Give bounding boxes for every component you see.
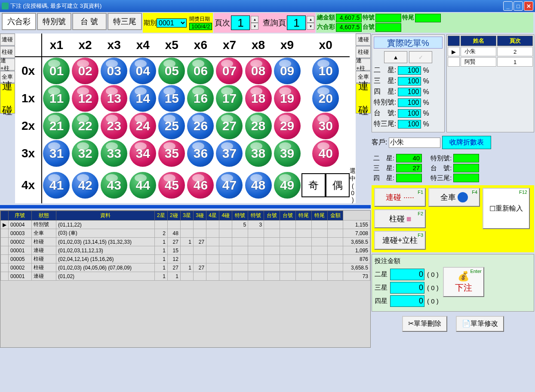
bet-amount-input[interactable] [390,269,424,280]
eat-pct-value[interactable]: 100 [398,88,421,96]
col-header[interactable]: x6 [186,34,215,57]
eat-pct-value[interactable]: 100 [398,120,421,129]
ball-13[interactable]: 13 [101,85,127,112]
ball-45[interactable]: 45 [158,172,185,199]
table-row[interactable]: 00002柱碰(01,02,03) (13,14,15) (31,32,33)1… [1,238,370,246]
ball-19[interactable]: 19 [274,85,301,112]
bet-amount-input[interactable] [390,295,424,307]
eat-ok-button[interactable]: ✓ [409,51,432,63]
ball-32[interactable]: 32 [72,140,98,167]
side-lianpeng-r[interactable]: 連碰 [356,34,371,46]
table-row[interactable]: 00005柱碰(02,04,12,14) (15,16,26)112876 [1,255,370,263]
ball-18[interactable]: 18 [245,85,272,112]
ball-42[interactable]: 42 [72,172,98,199]
ball-31[interactable]: 31 [43,140,70,167]
table-row[interactable]: 00002柱碰(01,02,03) (04,05,06) (07,08,09)1… [1,263,370,272]
odd-button[interactable]: 奇 [301,173,326,197]
col-header[interactable]: x9 [273,34,301,57]
ball-40[interactable]: 40 [312,140,339,167]
ball-30[interactable]: 30 [312,113,339,139]
ball-14[interactable]: 14 [129,85,156,112]
ball-11[interactable]: 11 [43,85,70,112]
ball-16[interactable]: 16 [187,85,214,112]
side-zhupeng-r[interactable]: 柱碰 [356,46,371,58]
side-lian-r[interactable]: 連碰 [356,83,371,113]
page-down[interactable]: ▼ [251,23,258,30]
action-zhupeng[interactable]: F2柱碰▦ [374,209,426,228]
col-header[interactable]: x2 [71,34,100,57]
table-row[interactable]: ▶00004特別號(01,11,22)531,155 [1,220,370,229]
ball-22[interactable]: 22 [72,113,98,139]
page-input[interactable] [231,15,250,30]
col-header[interactable]: x7 [215,34,244,57]
col-header[interactable]: x1 [42,34,71,57]
ball-33[interactable]: 33 [101,140,127,167]
even-button[interactable]: 偶 [326,173,350,197]
ball-06[interactable]: 06 [187,58,214,84]
ball-44[interactable]: 44 [129,172,156,199]
row-header[interactable]: 0x [15,57,42,85]
ball-24[interactable]: 24 [129,113,156,139]
ball-21[interactable]: 21 [43,113,70,139]
ball-23[interactable]: 23 [101,113,127,139]
ball-48[interactable]: 48 [245,172,272,199]
page-up[interactable]: ▲ [251,16,258,23]
eat-pct-value[interactable]: 100 [398,77,421,86]
ball-35[interactable]: 35 [158,140,185,167]
ball-10[interactable]: 10 [312,58,339,84]
ball-34[interactable]: 34 [129,140,156,167]
ball-04[interactable]: 04 [129,58,156,84]
ball-01[interactable]: 01 [43,58,70,84]
col-header[interactable]: x0 [301,34,350,57]
ball-08[interactable]: 08 [245,58,272,84]
eat-pct-value[interactable]: 100 [398,98,421,107]
action-lianzhu[interactable]: F3連碰+立柱 [374,231,426,250]
ball-12[interactable]: 12 [72,85,98,112]
ball-38[interactable]: 38 [245,140,272,167]
query-input[interactable] [287,15,306,30]
col-header[interactable]: x5 [157,34,186,57]
ball-37[interactable]: 37 [216,140,243,167]
action-quanche[interactable]: F4全車 [428,188,480,207]
row-header[interactable]: 3x [15,140,42,167]
reset-button[interactable]: F12☐重新輸入 [483,188,530,229]
row-header[interactable]: 4x [15,167,42,203]
row-header[interactable]: 1x [15,85,42,112]
side-lianzhu-l[interactable]: 連+柱 [0,58,15,70]
col-header[interactable]: x3 [100,34,129,57]
table-row[interactable]: 00001連碰(01,02,03,11,12,13)1151,095 [1,246,370,255]
eat-pct-value[interactable]: 100 [398,66,421,75]
ball-15[interactable]: 15 [158,85,185,112]
side-lianpeng-l[interactable]: 連碰 [0,34,15,46]
ball-17[interactable]: 17 [216,85,243,112]
tab-threetail[interactable]: 特三尾 [108,13,142,30]
ball-25[interactable]: 25 [158,113,185,139]
ball-36[interactable]: 36 [187,140,214,167]
side-zhupeng-l[interactable]: 柱碰 [0,46,15,58]
ball-39[interactable]: 39 [274,140,301,167]
ball-28[interactable]: 28 [245,113,272,139]
eat-up-button[interactable]: ▲ [384,51,407,63]
ball-07[interactable]: 07 [216,58,243,84]
ball-41[interactable]: 41 [43,172,70,199]
ball-02[interactable]: 02 [72,58,98,84]
table-row[interactable]: 00001連碰(01,02)1173 [1,272,370,281]
bet-amount-input[interactable] [390,282,424,294]
action-lianpeng[interactable]: F1連碰 ····· [374,188,426,207]
side-lian-l[interactable]: 連碰 [0,83,15,113]
tab-special[interactable]: 特別號 [37,13,71,30]
delete-single-button[interactable]: ✂單筆刪除 [402,316,447,332]
discount-table-button[interactable]: 收牌折數表 [442,136,491,149]
col-header[interactable]: x8 [244,34,273,57]
place-bet-button[interactable]: Enter 💰 下注 [443,267,484,297]
row-header[interactable]: 2x [15,112,42,140]
tab-tai[interactable]: 台 號 [72,13,107,30]
side-lianzhu-r[interactable]: 連+柱 [356,58,371,70]
ball-05[interactable]: 05 [158,58,185,84]
ball-03[interactable]: 03 [101,58,127,84]
customer-row[interactable]: 阿賢1 [448,57,533,67]
query-down[interactable]: ▼ [307,23,314,30]
close-button[interactable]: ✕ [524,1,533,11]
maximize-button[interactable]: □ [513,1,523,11]
eat-pct-value[interactable]: 100 [398,109,421,118]
